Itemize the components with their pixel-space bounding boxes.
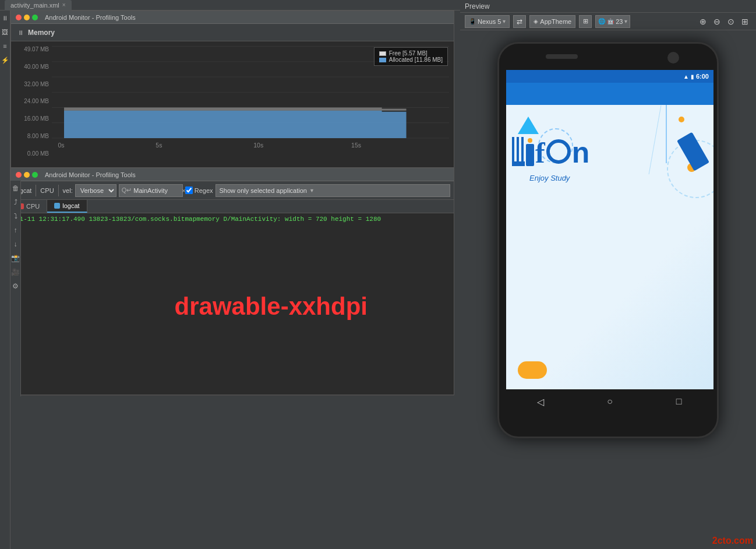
logcat-minimize-btn[interactable]	[24, 172, 30, 178]
life-lettering: f n	[512, 137, 589, 166]
logcat-toolbar: logcat CPU vel: Verbose Q↵ × Regex Show …	[11, 181, 454, 200]
regex-checkbox[interactable]	[185, 186, 193, 194]
theme-select[interactable]: ◈ AppTheme	[529, 15, 575, 28]
allocated-color-box	[379, 58, 386, 62]
camera-icon[interactable]: 🎥	[11, 268, 20, 277]
search-box[interactable]: Q↵ ×	[119, 184, 183, 197]
memory-title-bar: Android Monitor - Profiling Tools	[11, 11, 454, 24]
zoom-out-button[interactable]: ⊖	[711, 15, 723, 28]
regex-checkbox-label[interactable]: Regex	[185, 186, 213, 194]
monitor-icon[interactable]: ⚡	[1, 55, 10, 65]
device-select[interactable]: 📱 Nexus 5 ▾	[465, 15, 510, 28]
tab-close-icon[interactable]: ×	[62, 2, 66, 8]
legend-allocated: Allocated [11.86 MB]	[379, 57, 443, 63]
deco-line-2	[649, 105, 662, 174]
theme-icon: ◈	[534, 18, 538, 24]
letter-n: n	[572, 138, 590, 167]
logcat-title-bar: Android Monitor - Profiling Tools	[11, 168, 454, 181]
dropdown-arrow-icon: ▼	[309, 188, 315, 193]
clear-log-icon[interactable]: 🗑	[11, 184, 20, 193]
logcat-panel: Android Monitor - Profiling Tools logcat…	[10, 168, 454, 395]
window-controls	[16, 15, 38, 20]
svg-marker-8	[64, 107, 407, 110]
status-icons: ▲ ▮ 6:00	[683, 73, 709, 80]
deco-circle-top	[679, 117, 684, 122]
wifi-icon: ▲	[683, 73, 689, 80]
zoom-reset-button[interactable]: ⊙	[725, 15, 737, 28]
app-content-illustration: f n Enjoy Study	[506, 105, 713, 414]
phone-speaker	[546, 54, 578, 59]
memory-chart-area: 49.07 MB 40.00 MB 32.00 MB 24.00 MB 16.0…	[11, 41, 454, 168]
y-label-5: 8.00 MB	[27, 133, 49, 139]
zoom-fit-button[interactable]: ⊞	[739, 15, 751, 28]
layout-toggle-button[interactable]: ⊞	[579, 15, 592, 28]
memory-label: Memory	[28, 29, 55, 37]
layers-icon[interactable]: ≡	[1, 41, 10, 51]
preview-header: Preview	[460, 0, 756, 13]
close-button[interactable]	[16, 15, 22, 20]
pause-icon[interactable]: ⏸	[1, 13, 10, 23]
back-nav-button[interactable]: ◁	[534, 395, 547, 409]
svg-text:0s: 0s	[58, 142, 64, 149]
logcat-tab[interactable]: logcat	[47, 200, 87, 213]
battery-icon: ▮	[691, 73, 694, 80]
log-content-area: 11-11 12:31:17.490 13823-13823/com.socks…	[11, 213, 454, 388]
regex-label: Regex	[195, 187, 213, 194]
minimize-button[interactable]	[24, 15, 30, 20]
up-icon[interactable]: ↑	[11, 226, 20, 235]
memory-panel: Android Monitor - Profiling Tools ⏸ Memo…	[10, 10, 454, 168]
phone-bottom-nav: ◁ ○ □	[506, 389, 713, 414]
y-label-4: 16.00 MB	[24, 115, 49, 122]
deco-line-1	[666, 105, 667, 163]
settings-icon[interactable]: ⚙	[11, 281, 20, 291]
scroll-bottom-icon[interactable]: ⤵	[11, 212, 20, 221]
down-icon[interactable]: ↓	[11, 240, 20, 249]
camera-icon[interactable]: 🖼	[1, 27, 10, 37]
logcat-maximize-btn[interactable]	[32, 172, 38, 178]
filter-label: Show only selected application	[220, 187, 307, 194]
log-level-select[interactable]: Verbose	[75, 184, 116, 197]
api-label: 23	[616, 18, 623, 25]
drawable-text: drawable-xxhdpi	[175, 293, 368, 321]
tab-label: activity_main.xml	[10, 2, 59, 9]
watermark: 2cto.com	[712, 536, 753, 546]
rotate-button[interactable]: ⇄	[513, 15, 526, 28]
scroll-top-icon[interactable]: ⤴	[11, 198, 20, 207]
logcat-tab-text: logcat	[62, 202, 79, 209]
cpu-tab-label: CPU	[40, 187, 54, 194]
home-nav-button[interactable]: ○	[603, 395, 617, 409]
android-icon: 🤖	[607, 18, 614, 24]
nexus-icon: 📱	[469, 18, 476, 24]
time-display: 6:00	[696, 73, 709, 80]
api-select[interactable]: 🌐 🤖 23 ▾	[595, 15, 630, 28]
phone-mockup-area: ▲ ▮ 6:00	[460, 30, 756, 549]
logcat-close-btn[interactable]	[16, 172, 22, 178]
phone-device: ▲ ▮ 6:00	[497, 42, 719, 438]
level-label: vel:	[63, 187, 73, 194]
log-line-1: 11-11 12:31:17.490 13823-13823/com.socks…	[16, 216, 449, 223]
letter-f: f	[535, 138, 545, 167]
logcat-tab-icon	[54, 203, 60, 209]
phone-camera	[667, 52, 679, 64]
globe-icon: 🌐	[598, 18, 605, 24]
separator-2	[58, 185, 59, 196]
preview-panel: Preview 📱 Nexus 5 ▾ ⇄ ◈ AppTheme ⊞ 🌐 🤖 2…	[460, 0, 756, 549]
zoom-in-button[interactable]: ⊕	[697, 15, 709, 28]
triangle-shape	[518, 117, 539, 134]
file-tab[interactable]: activity_main.xml ×	[5, 0, 72, 10]
y-label-0: 49.07 MB	[24, 46, 49, 52]
rotate-icon: ⇄	[517, 17, 522, 26]
legend-free-label: Free [5.57 MB]	[389, 50, 428, 57]
maximize-button[interactable]	[32, 15, 38, 20]
preview-toolbar: 📱 Nexus 5 ▾ ⇄ ◈ AppTheme ⊞ 🌐 🤖 23 ▾ ⊕ ⊖ …	[460, 13, 756, 30]
left-toolbar: ⏸ 🖼 ≡ ⚡	[0, 10, 10, 549]
bottom-area	[10, 395, 454, 549]
filter-dropdown[interactable]: Show only selected application ▼	[216, 184, 450, 197]
memory-panel-title: Android Monitor - Profiling Tools	[45, 14, 136, 21]
pause-mem-icon[interactable]: ⏸	[16, 28, 25, 37]
free-color-box	[379, 51, 386, 56]
recent-nav-button[interactable]: □	[672, 395, 686, 409]
search-input[interactable]	[133, 187, 180, 194]
screenshot-icon[interactable]: 📸	[11, 254, 20, 263]
svg-marker-7	[64, 111, 407, 138]
